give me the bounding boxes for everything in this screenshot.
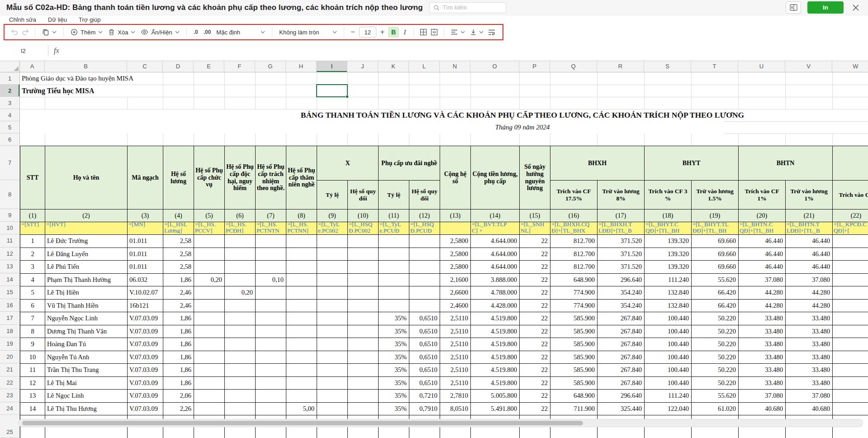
table-header-cell[interactable]: Hệ số Phụ cấp thâm niên nghề xyxy=(286,146,317,209)
cell[interactable] xyxy=(194,338,225,351)
cell[interactable] xyxy=(225,273,256,286)
cell[interactable]: 44.280 xyxy=(786,286,833,300)
cell[interactable] xyxy=(348,364,379,377)
table-header-cell[interactable] xyxy=(833,146,868,181)
cell[interactable] xyxy=(833,351,868,364)
cell[interactable]: 267.840 xyxy=(598,312,645,325)
cell[interactable]: Lê Thị Hiền xyxy=(45,286,128,300)
cell[interactable] xyxy=(348,312,379,325)
cell[interactable]: 33.480 xyxy=(739,376,786,390)
formula-template-cell[interactable]: =[L_BHXH.CQ Đ]+[TL_BHX xyxy=(550,222,598,235)
cell[interactable]: 46.440 xyxy=(739,248,786,261)
cell[interactable] xyxy=(833,299,868,312)
cell[interactable]: 1,86 xyxy=(163,312,194,325)
cell[interactable]: 812.700 xyxy=(550,235,598,248)
cell[interactable] xyxy=(225,351,256,364)
cell[interactable]: 0,7210 xyxy=(409,390,440,403)
formula-template-cell[interactable]: =[L_BHTN.T LĐĐ]+[TL_B xyxy=(786,222,833,235)
column-header-I[interactable]: I xyxy=(317,61,347,72)
borders-icon-button[interactable] xyxy=(418,27,429,38)
cell[interactable] xyxy=(348,338,379,351)
cell[interactable] xyxy=(225,312,256,325)
cell[interactable]: 100.440 xyxy=(645,351,692,364)
cell[interactable] xyxy=(379,235,409,248)
cell[interactable] xyxy=(225,390,256,403)
table-subheader-cell[interactable]: Trích vào CF xyxy=(833,181,868,209)
cell[interactable]: 2,1600 xyxy=(440,273,471,286)
column-header-A[interactable]: A xyxy=(20,61,45,72)
cell[interactable]: Trần Thị Thu Trang xyxy=(45,364,128,377)
row-header-16[interactable]: 16 xyxy=(0,299,20,312)
cell[interactable]: 22 xyxy=(520,286,550,300)
cell[interactable]: V.07.03.09 xyxy=(128,325,163,338)
cell[interactable]: 2,5110 xyxy=(440,312,471,325)
formula-template-cell[interactable]: =[L_BHYT.TL ĐĐ]+[TL_BH xyxy=(692,222,739,235)
cell[interactable] xyxy=(194,312,225,325)
cell[interactable]: 37.080 xyxy=(739,273,786,286)
cell[interactable] xyxy=(833,364,868,377)
table-subheader-cell[interactable]: Trích vào CF 3 % xyxy=(645,181,692,209)
cell[interactable]: Nguyễn Tú Anh xyxy=(45,351,128,364)
wrap-text-button[interactable] xyxy=(486,27,497,38)
cell[interactable]: V.07.03.09 xyxy=(128,402,163,415)
format-dropdown[interactable]: Mặc định xyxy=(213,26,268,38)
cell[interactable] xyxy=(833,325,868,338)
cell[interactable]: 4.428.000 xyxy=(471,299,520,312)
formula-template-cell[interactable]: =[STT] xyxy=(20,222,45,235)
row-header-14[interactable]: 14 xyxy=(0,273,20,286)
cell[interactable]: 0,10 xyxy=(256,273,286,286)
cell[interactable] xyxy=(379,248,409,261)
cell[interactable]: 69.660 xyxy=(692,261,739,274)
cell[interactable]: 44.280 xyxy=(739,286,786,300)
cell[interactable]: 50.220 xyxy=(692,312,739,325)
cell[interactable]: 371.520 xyxy=(598,248,645,261)
cell[interactable] xyxy=(225,338,256,351)
cell-report-month[interactable]: Tháng 09 năm 2024 xyxy=(495,121,550,133)
horizontal-scrollbar-thumb[interactable] xyxy=(22,421,583,425)
row-header-12[interactable]: 12 xyxy=(0,248,20,261)
cell[interactable]: 35% xyxy=(379,351,409,364)
cell[interactable]: 33.480 xyxy=(786,376,833,390)
cell[interactable]: 66.420 xyxy=(692,286,739,300)
cell[interactable]: 132.840 xyxy=(645,286,692,300)
cell[interactable]: 6 xyxy=(20,299,45,312)
cell[interactable]: Vũ Thị Thanh Hiền xyxy=(45,299,128,312)
cell[interactable] xyxy=(286,273,317,286)
cell[interactable] xyxy=(833,390,868,403)
cell[interactable]: 122.040 xyxy=(645,402,692,415)
cell[interactable]: 35% xyxy=(379,364,409,377)
cell[interactable]: 7 xyxy=(20,312,45,325)
row-header-4[interactable]: 4 xyxy=(0,109,20,121)
cell[interactable] xyxy=(348,286,379,300)
rounding-dropdown[interactable]: Không làm tròn xyxy=(276,26,340,38)
cell[interactable] xyxy=(348,402,379,415)
delete-button[interactable]: Xóa xyxy=(105,26,138,38)
cell[interactable] xyxy=(317,235,348,248)
cell[interactable]: 37.080 xyxy=(739,390,786,403)
cell[interactable] xyxy=(256,402,286,415)
cell[interactable]: 2,46 xyxy=(163,286,194,300)
cell[interactable]: 267.840 xyxy=(598,325,645,338)
row-header-5[interactable]: 5 xyxy=(0,121,20,133)
column-index-cell[interactable]: (16) xyxy=(550,209,598,222)
cell[interactable]: 22 xyxy=(520,390,550,403)
cell[interactable]: 35% xyxy=(379,325,409,338)
print-button[interactable]: In xyxy=(807,1,844,14)
cell[interactable]: Lê Ngọc Linh xyxy=(45,390,128,403)
cell[interactable]: V.07.03.09 xyxy=(128,351,163,364)
cell[interactable]: 111.240 xyxy=(645,273,692,286)
cell[interactable]: 325.440 xyxy=(598,402,645,415)
column-header-B[interactable]: B xyxy=(45,61,127,72)
cell-department[interactable]: Phòng Giáo dục và Đào tạo huyện MISA xyxy=(22,72,133,85)
cell[interactable]: 2,7810 xyxy=(440,390,471,403)
cell[interactable]: 35% xyxy=(379,376,409,390)
row-header-10[interactable]: 10 xyxy=(0,222,20,234)
cell[interactable]: V.07.03.09 xyxy=(128,364,163,377)
column-header-D[interactable]: D xyxy=(163,61,194,72)
cell[interactable] xyxy=(348,390,379,403)
cell[interactable]: 4.644.000 xyxy=(471,248,520,261)
decrease-decimal-button[interactable]: .0 xyxy=(191,29,201,35)
table-header-cell[interactable]: Số ngày hưởng nguyên lương xyxy=(520,146,550,209)
cell[interactable]: 2,06 xyxy=(163,390,194,403)
font-size-decrease-button[interactable]: − xyxy=(348,28,357,36)
